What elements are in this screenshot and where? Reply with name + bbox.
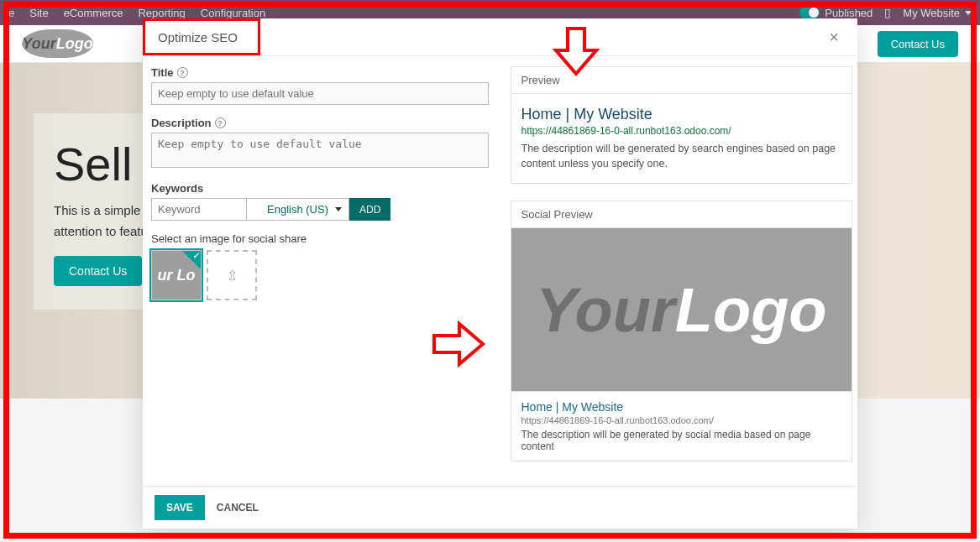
logo-text-1: Your — [22, 35, 55, 53]
published-toggle[interactable]: Published — [799, 7, 873, 19]
add-keyword-button[interactable]: ADD — [349, 198, 390, 221]
preview-header: Preview — [511, 67, 852, 94]
logo[interactable]: YourLogo — [22, 29, 93, 58]
menu-ecommerce[interactable]: eCommerce — [64, 7, 123, 19]
social-logo-1: Your — [536, 274, 675, 346]
social-preview-header: Social Preview — [511, 201, 852, 228]
modal-title: Optimize SEO — [158, 30, 238, 44]
cancel-button[interactable]: CANCEL — [217, 495, 259, 520]
keyword-input[interactable] — [151, 198, 247, 221]
chevron-down-icon — [335, 207, 342, 211]
menu-configuration[interactable]: Configuration — [201, 7, 265, 19]
menu-reporting[interactable]: Reporting — [138, 7, 185, 19]
social-url: https://44861869-16-0-all.runbot163.odoo… — [521, 415, 842, 425]
social-logo-2: Logo — [675, 274, 827, 346]
preview-url: https://44861869-16-0-all.runbot163.odoo… — [521, 125, 842, 137]
close-icon[interactable]: × — [825, 29, 842, 45]
preview-description: The description will be generated by sea… — [521, 142, 842, 171]
my-website-label: My Website — [903, 7, 960, 19]
social-image-thumb[interactable]: ur Lo ✓ — [151, 250, 202, 300]
published-label: Published — [825, 7, 873, 19]
logo-text-2: Logo — [56, 35, 93, 53]
language-select[interactable]: English (US) — [247, 198, 349, 221]
seo-modal: Optimize SEO × Title ? Description ? — [143, 18, 857, 529]
contact-us-button[interactable]: Contact Us — [878, 31, 958, 57]
modal-header: Optimize SEO × — [143, 18, 857, 56]
select-image-label: Select an image for social share — [151, 232, 489, 245]
menu-e[interactable]: e — [8, 7, 14, 19]
description-input[interactable] — [151, 133, 489, 168]
menu-site[interactable]: Site — [29, 7, 48, 19]
check-icon: ✓ — [192, 251, 199, 260]
upload-image-thumb[interactable]: ⇫ — [207, 250, 257, 300]
upload-icon: ⇫ — [227, 268, 238, 284]
mobile-icon[interactable]: ▯ — [884, 6, 891, 19]
title-input[interactable] — [151, 82, 489, 105]
language-selected: English (US) — [267, 203, 328, 216]
social-preview-image: YourLogo — [511, 228, 852, 392]
help-icon[interactable]: ? — [177, 67, 188, 78]
title-label: Title ? — [151, 66, 489, 79]
help-icon[interactable]: ? — [215, 117, 226, 128]
modal-body: Title ? Description ? Keywords — [143, 56, 857, 486]
save-button[interactable]: SAVE — [155, 495, 205, 520]
modal-footer: SAVE CANCEL — [143, 486, 857, 529]
hero-contact-button[interactable]: Contact Us — [54, 256, 142, 286]
search-preview-card: Preview Home | My Website https://448618… — [511, 66, 853, 184]
description-label: Description ? — [151, 117, 489, 129]
toggle-icon — [799, 7, 820, 18]
website-switcher[interactable]: My Website — [903, 7, 972, 19]
social-description: The description will be generated by soc… — [521, 429, 842, 452]
modal-right-column: Preview Home | My Website https://448618… — [500, 56, 858, 486]
keywords-label: Keywords — [151, 182, 489, 195]
social-preview-card: Social Preview YourLogo Home | My Websit… — [511, 201, 853, 461]
chevron-down-icon — [965, 11, 972, 15]
modal-left-column: Title ? Description ? Keywords — [143, 56, 500, 486]
social-title: Home | My Website — [521, 400, 842, 414]
preview-title: Home | My Website — [521, 106, 842, 123]
